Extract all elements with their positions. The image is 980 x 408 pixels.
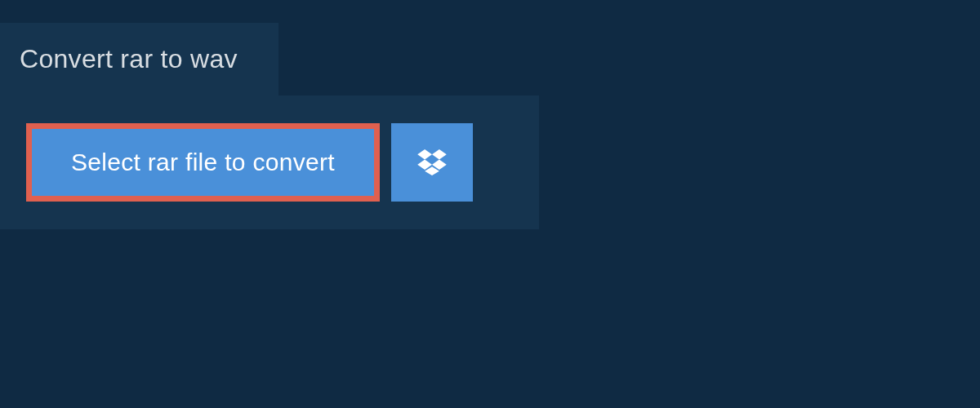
page-title: Convert rar to wav xyxy=(20,44,238,73)
tab-header: Convert rar to wav xyxy=(0,23,278,95)
select-file-label: Select rar file to convert xyxy=(71,149,335,176)
dropbox-button[interactable] xyxy=(391,123,473,202)
converter-panel: Select rar file to convert xyxy=(0,95,539,229)
select-file-button[interactable]: Select rar file to convert xyxy=(26,123,380,202)
action-row: Select rar file to convert xyxy=(26,123,513,202)
dropbox-icon xyxy=(417,149,447,175)
